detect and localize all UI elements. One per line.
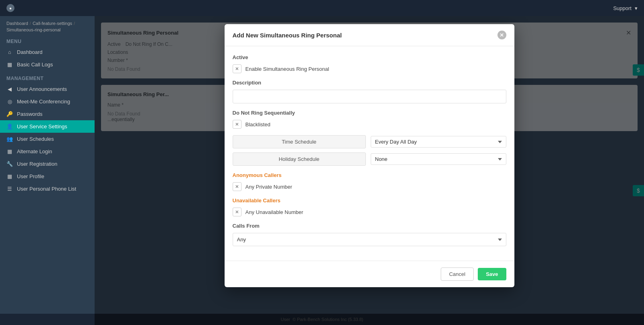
blacklisted-row: ✕ Blacklisted (233, 120, 506, 129)
private-number-label: Any Private Number (246, 184, 292, 190)
app-logo: ● (6, 4, 14, 12)
modal-dialog: Add New Simultaneous Ring Personal ✕ Act… (225, 24, 514, 287)
description-input[interactable] (233, 90, 506, 103)
holiday-schedule-select[interactable]: None Custom Holiday (371, 153, 506, 165)
anonymous-divider: Anonymous Callers ✕ Any Private Number (233, 172, 506, 191)
modal-body: Active ✕ Enable Simultaneous Ring Person… (225, 46, 514, 261)
blacklisted-label: Blacklisted (246, 121, 270, 128)
description-section: Description (233, 80, 506, 103)
breadcrumb: Dashboard / Call-feature-settings / Simu… (0, 16, 95, 35)
calls-from-section: Calls From Any Specific Numbers (233, 223, 506, 246)
sidebar-item-label: User Profile (17, 173, 44, 179)
do-not-ring-section-label: Do Not Ring Sequentially (233, 110, 506, 116)
modal-close-button[interactable]: ✕ (497, 31, 506, 39)
time-schedule-row: Time Schedule Every Day All Day Weekdays… (233, 135, 506, 148)
user-schedules-icon: 👥 (6, 136, 13, 142)
enable-label: Enable Simultaneous Ring Personal (246, 66, 329, 72)
sidebar-item-label: User Personal Phone List (17, 186, 76, 192)
announcements-icon: ◀ (6, 86, 13, 92)
call-logs-icon: ▦ (6, 62, 13, 68)
modal-footer: Cancel Save (225, 261, 514, 287)
dashboard-icon: ⌂ (6, 49, 13, 55)
unavailable-number-row: ✕ Any Unavailable Number (233, 208, 506, 216)
blacklisted-toggle-button[interactable]: ✕ (233, 120, 242, 129)
breadcrumb-item-3[interactable]: Simultaneous-ring-personal (6, 27, 61, 32)
holiday-schedule-row: Holiday Schedule None Custom Holiday (233, 152, 506, 166)
modal-header: Add New Simultaneous Ring Personal ✕ (225, 24, 514, 46)
unavailable-divider: Unavailable Callers ✕ Any Unavailable Nu… (233, 197, 506, 216)
sidebar-item-label: User Registration (17, 161, 57, 167)
sidebar-item-user-announcements[interactable]: ◀ User Announcements (0, 83, 95, 95)
sidebar-item-label: User Schedules (17, 136, 54, 142)
user-reg-icon: 🔧 (6, 161, 13, 167)
unavailable-number-toggle[interactable]: ✕ (233, 208, 242, 216)
sidebar-item-basic-call-logs[interactable]: ▦ Basic Call Logs (0, 58, 95, 71)
sidebar-item-label: Meet-Me Conferencing (17, 99, 70, 105)
support-chevron: ▾ (635, 5, 638, 11)
main-layout: Dashboard / Call-feature-settings / Simu… (0, 16, 644, 325)
sidebar-item-label: Passwords (17, 111, 43, 117)
user-service-icon: 👤 (6, 123, 13, 130)
save-button[interactable]: Save (478, 268, 506, 280)
modal-title: Add New Simultaneous Ring Personal (233, 32, 342, 39)
content-area: Simultaneous Ring Personal ✕ Active Do N… (95, 16, 644, 325)
sidebar-item-user-schedules[interactable]: 👥 User Schedules (0, 133, 95, 145)
sidebar-item-dashboard[interactable]: ⌂ Dashboard (0, 46, 95, 58)
top-bar-right: Support ▾ (613, 5, 638, 11)
sidebar-item-user-service-settings[interactable]: 👤 User Service Settings (0, 120, 95, 133)
sidebar-item-label: Alternate Login (17, 148, 52, 154)
top-bar: ● Support ▾ (0, 0, 644, 16)
support-label[interactable]: Support (613, 5, 632, 11)
sidebar-item-label: User Service Settings (17, 123, 67, 130)
password-icon: 🔑 (6, 111, 13, 117)
sidebar-item-label: Dashboard (17, 49, 43, 55)
close-icon: ✕ (500, 32, 504, 38)
sidebar-item-label: User Announcements (17, 86, 67, 92)
holiday-schedule-button[interactable]: Holiday Schedule (233, 152, 366, 166)
sidebar-item-user-phone-list[interactable]: ☰ User Personal Phone List (0, 183, 95, 195)
management-label: Management (0, 71, 95, 83)
unavailable-number-label: Any Unavailable Number (246, 209, 303, 215)
phone-list-icon: ☰ (6, 186, 13, 192)
menu-label: Menu (0, 35, 95, 46)
private-number-toggle[interactable]: ✕ (233, 182, 242, 191)
breadcrumb-item-1[interactable]: Dashboard (6, 21, 28, 26)
alt-login-icon: ▦ (6, 148, 13, 154)
sidebar-item-user-registration[interactable]: 🔧 User Registration (0, 158, 95, 170)
meet-me-icon: ◎ (6, 99, 13, 105)
enable-checkbox-row: ✕ Enable Simultaneous Ring Personal (233, 64, 506, 73)
modal-overlay: Add New Simultaneous Ring Personal ✕ Act… (95, 16, 644, 325)
sidebar-item-alternate-login[interactable]: ▦ Alternate Login (0, 145, 95, 158)
calls-from-label: Calls From (233, 223, 506, 229)
sidebar-item-label: Basic Call Logs (17, 62, 53, 68)
private-number-row: ✕ Any Private Number (233, 182, 506, 191)
time-schedule-select[interactable]: Every Day All Day Weekdays Weekends Cust… (371, 136, 506, 148)
sidebar-item-passwords[interactable]: 🔑 Passwords (0, 108, 95, 120)
user-profile-icon: ▦ (6, 173, 13, 179)
cancel-button[interactable]: Cancel (441, 267, 474, 281)
sidebar-item-user-profile[interactable]: ▦ User Profile (0, 170, 95, 183)
description-section-label: Description (233, 80, 506, 86)
time-schedule-button[interactable]: Time Schedule (233, 135, 366, 148)
anonymous-section-label: Anonymous Callers (233, 172, 506, 178)
breadcrumb-item-2[interactable]: Call-feature-settings (33, 21, 72, 26)
sidebar-item-meet-me[interactable]: ◎ Meet-Me Conferencing (0, 95, 95, 108)
sidebar: Dashboard / Call-feature-settings / Simu… (0, 16, 95, 325)
unavailable-section-label: Unavailable Callers (233, 197, 506, 204)
enable-toggle-button[interactable]: ✕ (233, 64, 242, 73)
calls-from-select[interactable]: Any Specific Numbers (233, 233, 506, 246)
active-section-label: Active (233, 54, 506, 60)
